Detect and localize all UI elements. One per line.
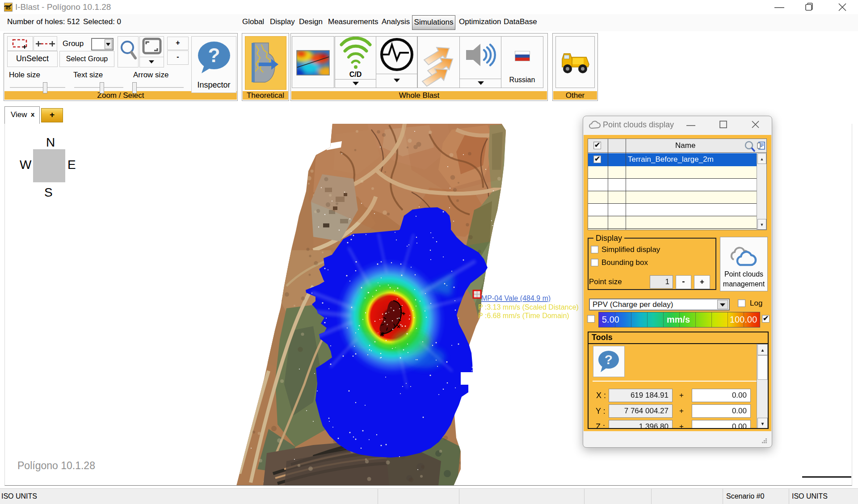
svg-text:P :6.68 mm/s (Time Domain): P :6.68 mm/s (Time Domain)	[478, 312, 569, 319]
svg-text:?: ?	[208, 44, 220, 66]
svg-text:P :3.13 mm/s (Scaled Distance): P :3.13 mm/s (Scaled Distance)	[478, 303, 579, 311]
svg-text:?: ?	[605, 352, 613, 367]
svg-text:MP-04 Vale (484.9 m): MP-04 Vale (484.9 m)	[481, 294, 551, 302]
